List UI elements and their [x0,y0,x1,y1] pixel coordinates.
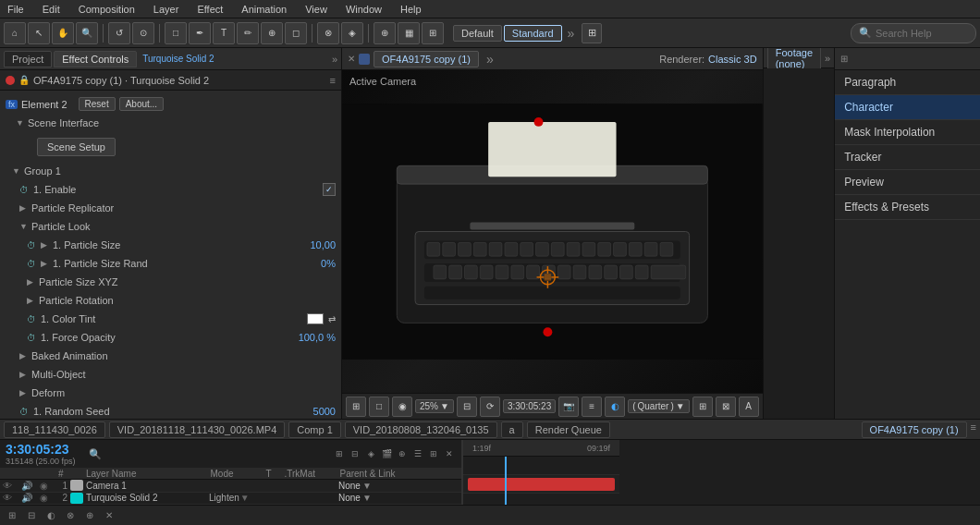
menu-view[interactable]: View [301,4,331,15]
about-btn[interactable]: About... [119,97,164,111]
menu-animation[interactable]: Animation [238,4,290,15]
reset-btn[interactable]: Reset [79,97,116,111]
rp-item-effects-presets[interactable]: Effects & Presets ≡ [835,195,980,220]
layer1-name[interactable]: Camera 1 [86,481,209,491]
tl-search-btn[interactable]: 🔍 [89,448,102,460]
layer2-mode[interactable]: Lighten ▼ [209,493,264,503]
pen-tool[interactable]: ✒ [189,22,211,44]
vp-btn-5[interactable]: ⟳ [480,397,500,417]
rp-item-tracker[interactable]: Tracker [835,145,980,170]
layer1-vis[interactable]: 👁 [0,481,18,491]
layer2-mode-arrow[interactable]: ▼ [240,493,250,503]
multi-object-row[interactable]: ▶ Multi-Object [0,365,341,384]
hand-tool[interactable]: ✋ [52,22,74,44]
color-picker-btn[interactable]: ⇄ [328,314,336,324]
tl-icon-8[interactable]: ✕ [443,447,456,460]
tl-bottom-btn-4[interactable]: ⊗ [62,507,79,524]
tl-tab-3[interactable]: VID_20180808_132046_0135 [345,421,497,438]
layer1-audio[interactable]: 🔊 [18,481,37,491]
workspace-default[interactable]: Default [453,25,502,42]
fill-btn[interactable]: ▦ [398,22,420,44]
layer1-solo[interactable]: ◉ [37,481,55,491]
fopac-value[interactable]: 100,0 % [299,332,336,343]
layer2-audio[interactable]: 🔊 [18,493,37,503]
quality-dropdown[interactable]: ( Quarter ) ▼ [628,399,690,413]
panel-tabs-more[interactable]: » [332,54,337,65]
tl-icon-1[interactable]: ⊞ [333,447,346,460]
anchor-tool[interactable]: ⊕ [374,22,396,44]
menu-window[interactable]: Window [342,4,386,15]
particle-rotation-row[interactable]: ▶ Particle Rotation [0,291,341,310]
workspace-more[interactable]: » [568,26,575,41]
tl-icon-7[interactable]: ⊞ [427,447,440,460]
rotate-tool[interactable]: ↺ [108,22,130,44]
particle-size-row[interactable]: ⏱ ▶ 1. Particle Size 10,00 [0,236,341,254]
puppet-bend[interactable]: ◈ [341,22,363,44]
tl-icon-2[interactable]: ⊟ [349,447,361,460]
layer2-parent-label[interactable]: None [338,493,361,503]
psize-value[interactable]: 10,00 [310,239,336,250]
renderer-value[interactable]: Classic 3D [708,54,757,65]
select-tool[interactable]: ↖ [28,22,50,44]
tl-tab-0[interactable]: 118_111430_0026 [4,421,105,438]
vp-btn-1[interactable]: ⊞ [346,397,366,417]
vp-btn-4[interactable]: ⊟ [457,397,477,417]
prand-stopwatch[interactable]: ⏱ [27,259,38,269]
tl-bottom-btn-5[interactable]: ⊕ [81,507,98,524]
camera-orbit[interactable]: ⊙ [132,22,154,44]
layer1-parent-label[interactable]: None [338,481,361,491]
vp-btn-9[interactable]: A [739,397,759,417]
menu-edit[interactable]: Edit [39,4,64,15]
close-btn[interactable] [6,76,15,85]
panel-menu-icon[interactable]: ≡ [330,75,336,86]
psize-stopwatch[interactable]: ⏱ [27,240,38,250]
color-tint-row[interactable]: ⏱ 1. Color Tint ⇄ [0,310,341,328]
tl-tab-comp1[interactable]: Comp 1 [288,421,341,438]
random-seed-row[interactable]: ⏱ 1. Random Seed 5000 [0,402,341,419]
menu-composition[interactable]: Composition [75,4,139,15]
rp-item-mask-interpolation[interactable]: Mask Interpolation [835,120,980,145]
group1-row[interactable]: ▼ Group 1 [0,162,341,180]
rp-item-preview[interactable]: Preview [835,170,980,195]
3d-track[interactable]: ⊞ [422,22,444,44]
particle-xyz-row[interactable]: ▶ Particle Size XYZ [0,273,341,291]
tl-bottom-btn-1[interactable]: ⊞ [4,507,20,524]
track2-bar[interactable] [468,478,615,491]
vp-camera-btn[interactable]: 📷 [558,397,579,417]
comp-tab[interactable]: OF4A9175 copy (1) [374,51,479,67]
tab-project[interactable]: Project [4,51,52,67]
tl-tab-1[interactable]: VID_20181118_111430_0026.MP4 [109,421,285,438]
rect-shape[interactable]: □ [165,22,187,44]
vp-color-btn[interactable]: ◐ [605,397,625,417]
rseed-value[interactable]: 5000 [313,406,336,417]
tl-tabs-more[interactable]: ≡ [971,421,976,438]
timecode-display[interactable]: 3:30:05:23 [503,399,556,413]
color-swatch[interactable] [307,313,324,324]
menu-help[interactable]: Help [397,4,425,15]
layer1-parent-arrow[interactable]: ▼ [362,481,372,491]
baked-anim-row[interactable]: ▶ Baked Animation [0,347,341,365]
scene-setup-btn[interactable]: Scene Setup [37,138,116,156]
brush-tool[interactable]: ✏ [237,22,259,44]
tl-tab-a[interactable]: a [501,421,523,438]
layer2-parent-arrow[interactable]: ▼ [362,493,372,503]
vp-btn-6[interactable]: ≡ [582,397,602,417]
layer2-vis[interactable]: 👁 [0,493,18,503]
particle-size-rand-row[interactable]: ⏱ ▶ 1. Particle Size Rand 0% [0,254,341,273]
home-btn[interactable]: ⌂ [4,22,26,44]
menu-effect[interactable]: Effect [193,4,227,15]
tab-effect-controls[interactable]: Effect Controls [54,51,137,67]
rp-item-paragraph[interactable]: Paragraph [835,70,980,95]
zoom-dropdown[interactable]: 25% ▼ [415,399,454,413]
enable-checkbox[interactable]: ✓ [323,183,336,196]
particle-look-row[interactable]: ▼ Particle Look [0,217,341,236]
tl-bottom-btn-2[interactable]: ⊟ [23,507,40,524]
ctint-stopwatch[interactable]: ⏱ [27,314,38,324]
particle-replicator-row[interactable]: ▶ Particle Replicator [0,199,341,217]
prand-value[interactable]: 0% [321,258,336,269]
eraser-tool[interactable]: ◻ [285,22,307,44]
vp-btn-7[interactable]: ⊞ [692,397,713,417]
vp-btn-8[interactable]: ⊠ [716,397,736,417]
tl-icon-3[interactable]: ◈ [364,447,377,460]
workspace-standard[interactable]: Standard [504,25,562,42]
